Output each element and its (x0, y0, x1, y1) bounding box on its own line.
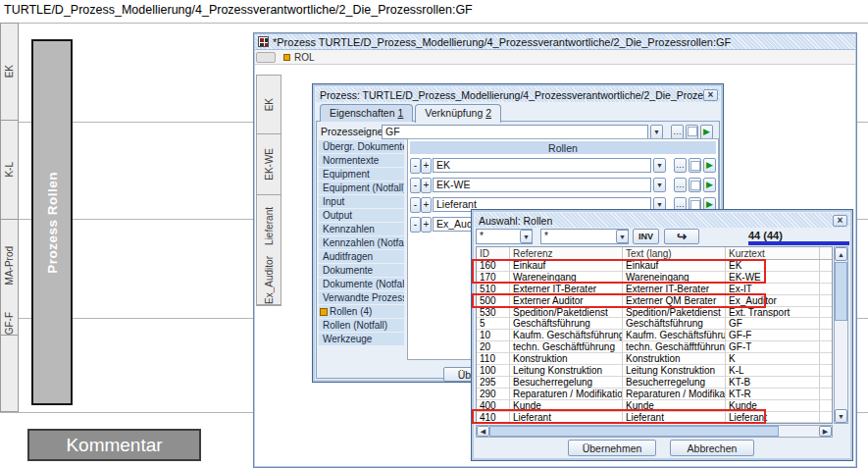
process-roles-shape-label: Prozess Rollen (45, 172, 60, 274)
apply-button[interactable]: Übernehmen (568, 440, 656, 456)
add-role-button[interactable]: + (421, 197, 432, 213)
chevron-down-icon[interactable] (650, 125, 663, 139)
go-button[interactable] (703, 178, 716, 192)
scroll-up-icon[interactable] (835, 247, 847, 261)
column-header-kurztext[interactable]: Kurztext (726, 247, 820, 259)
column-header-referenz[interactable]: Referenz (510, 247, 623, 259)
remove-role-button[interactable]: - (410, 217, 421, 233)
vertical-scrollbar[interactable] (834, 246, 848, 424)
browse-button[interactable] (674, 158, 687, 173)
table-row[interactable]: 400 Kunde Kunde Kunde (477, 400, 832, 412)
transfer-arrow-button[interactable] (664, 229, 699, 244)
selection-dialog-titlebar[interactable]: Auswahl: Rollen (475, 213, 849, 228)
process-owner-field[interactable]: GF (382, 125, 648, 139)
table-row[interactable]: 500 Externer Auditor Externer QM Berater… (477, 295, 832, 307)
chevron-down-icon[interactable] (616, 230, 629, 243)
table-row[interactable]: 510 Externer IT-Berater Externer IT-Bera… (477, 284, 832, 295)
process-owner-row: Prozesseigner: GF (321, 124, 713, 139)
remove-role-button[interactable]: - (410, 158, 421, 174)
role-row: - + EK-WE (410, 177, 716, 193)
category-nav: Übergr. DokumenteNormentexteEquipmentEqu… (319, 140, 404, 346)
process-dialog-title: Prozess: TURTLE/D_Prozess_Modellierung/4… (320, 89, 703, 101)
nav-item[interactable]: Kennzahlen (Notfall) (319, 236, 404, 249)
scroll-down-icon[interactable] (835, 409, 847, 423)
selection-dialog: Auswahl: Rollen * * INV 44 (44) ID Refer… (471, 209, 853, 461)
process-window-titlebar[interactable]: *Prozess TURTLE/D_Prozess_Modellierung/4… (255, 34, 855, 50)
tab[interactable]: Eigenschaften 1 (320, 104, 413, 122)
checkbox-button[interactable] (689, 178, 701, 192)
role-field[interactable]: EK (433, 158, 651, 173)
process-roles-shape[interactable]: Prozess Rollen (31, 39, 73, 405)
close-icon[interactable] (833, 215, 847, 227)
count-progress-bar (748, 241, 849, 245)
nav-item[interactable]: Werkzeuge (319, 333, 404, 345)
roles-header: Rollen (410, 141, 716, 154)
table-row[interactable]: 100 Leitung Konstruktion Leitung Konstru… (477, 365, 832, 377)
go-button[interactable] (703, 158, 716, 173)
checkbox-button[interactable] (686, 125, 698, 139)
table-row[interactable]: 10 Kaufm. Geschäftsführung Kaufm. Geschä… (477, 330, 832, 341)
nav-item[interactable]: Rollen (Notfall) (319, 319, 404, 332)
nav-item[interactable]: Input (319, 195, 404, 208)
checkbox-button[interactable] (689, 158, 701, 173)
table-header: ID Referenz Text (lang) Kurztext (477, 247, 832, 260)
add-role-button[interactable]: + (421, 217, 432, 233)
table-row[interactable]: 170 Wareneingang Wareneingang EK-WE (477, 272, 832, 284)
table-row[interactable]: 410 Lieferant Lieferant Lieferant (477, 412, 832, 424)
nav-item[interactable]: Normentexte (319, 154, 404, 167)
comment-shape[interactable]: Kommentar (27, 429, 201, 461)
remove-role-button[interactable]: - (410, 197, 421, 213)
nav-item[interactable]: Auditfragen (319, 250, 404, 263)
nav-item[interactable]: Kennzahlen (319, 223, 404, 235)
window-lane-label: Ex_Auditor (257, 256, 281, 305)
table-row[interactable]: 290 Reparaturen / Modifikation Reparatur… (477, 389, 832, 400)
add-role-button[interactable]: + (421, 178, 432, 193)
toolbar-mini-button[interactable] (256, 52, 276, 63)
horizontal-scrollbar[interactable] (476, 425, 833, 438)
lane-divider (0, 23, 868, 24)
window-lane-label: Lieferant (257, 195, 281, 256)
table-row[interactable]: 110 Konstruktion Konstruktion K (477, 353, 832, 365)
roles-table: ID Referenz Text (lang) Kurztext 160 Ein… (476, 246, 833, 424)
breadcrumb: TURTLE/D_Prozess_Modellierung/4_Prozessv… (4, 3, 473, 17)
table-rows: 160 Einkauf Einkauf EK 170 Wareneingang … (477, 260, 832, 423)
chevron-down-icon[interactable] (653, 158, 666, 173)
vertical-scrollbar-thumb[interactable] (835, 262, 847, 321)
scroll-right-icon[interactable] (819, 426, 832, 437)
chevron-down-icon[interactable] (653, 178, 666, 192)
column-header-spacer (820, 247, 832, 259)
nav-item[interactable]: Dokumente (Notfall) (319, 278, 404, 290)
nav-item[interactable]: Rollen (4) (319, 305, 404, 318)
nav-item[interactable]: Output (319, 209, 404, 222)
role-field[interactable]: EK-WE (433, 178, 651, 192)
rol-label: ROL (294, 52, 315, 63)
horizontal-scrollbar-thumb[interactable] (489, 426, 779, 437)
table-row[interactable]: 295 Besucherregelung Besucherregelung KT… (477, 377, 832, 389)
remove-role-button[interactable]: - (410, 178, 421, 193)
rol-marker-icon (283, 54, 290, 61)
nav-item[interactable]: Equipment (Notfall) (319, 182, 404, 194)
lane-label: EK (1, 24, 18, 121)
scroll-left-icon[interactable] (477, 426, 489, 437)
nav-item[interactable]: Dokumente (319, 264, 404, 277)
tab[interactable]: Verknüpfung 2 (415, 104, 501, 123)
column-header-id[interactable]: ID (477, 247, 510, 259)
nav-item[interactable]: Equipment (319, 168, 404, 181)
process-dialog-titlebar[interactable]: Prozess: TURTLE/D_Prozess_Modellierung/4… (316, 87, 720, 102)
table-row[interactable]: 160 Einkauf Einkauf EK (477, 260, 832, 272)
table-row[interactable]: 20 techn. Geschäftführung techn. Geschäf… (477, 341, 832, 353)
add-role-button[interactable]: + (421, 158, 432, 174)
browse-button[interactable] (671, 125, 684, 139)
chevron-down-icon[interactable] (520, 230, 533, 243)
nav-item[interactable]: Verwandte Prozesse (319, 291, 404, 304)
invert-selection-button[interactable]: INV (633, 229, 659, 244)
lane-label: GF-F (1, 312, 18, 336)
column-header-text-lang[interactable]: Text (lang) (623, 247, 726, 259)
nav-item[interactable]: Übergr. Dokumente (319, 140, 404, 153)
table-row[interactable]: 5 Geschäftsführung Geschäftsführung GF (477, 318, 832, 330)
cancel-button[interactable]: Abbrechen (670, 440, 754, 456)
close-icon[interactable] (703, 89, 718, 101)
browse-button[interactable] (674, 178, 687, 192)
table-row[interactable]: 530 Spedition/Paketdienst Spedition/Pake… (477, 307, 832, 319)
go-button[interactable] (700, 125, 713, 139)
